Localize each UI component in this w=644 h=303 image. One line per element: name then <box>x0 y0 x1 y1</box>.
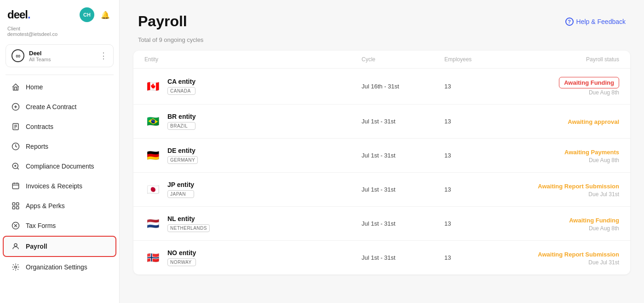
help-feedback-link[interactable]: ? Help & Feedback <box>565 17 626 26</box>
table-row[interactable]: 🇩🇪 DE entity GERMANY Jul 1st - 31st 13 A… <box>133 139 630 173</box>
status-cell: Awaiting Payments Due Aug 8th <box>518 148 619 163</box>
avatar[interactable]: CH <box>80 7 94 22</box>
tax-forms-icon <box>11 221 20 230</box>
header-cycle: Cycle <box>362 56 444 63</box>
svg-point-23 <box>14 244 17 246</box>
status-cell: Awaiting Report Submission Due Jul 31st <box>518 182 619 198</box>
sidebar-item-label-invoices: Invoices & Receipts <box>26 182 82 190</box>
employees-cell: 13 <box>444 83 518 90</box>
team-label: All Teams <box>29 57 51 62</box>
flag-icon: 🇳🇴 <box>144 250 161 266</box>
country-badge: NETHERLANDS <box>167 224 210 232</box>
entity-cell: 🇩🇪 DE entity GERMANY <box>144 147 362 164</box>
page-title: Payroll <box>138 13 187 30</box>
bell-icon[interactable]: 🔔 <box>99 8 112 21</box>
svg-rect-16 <box>12 203 15 205</box>
status-badge: Awaiting Report Submission <box>538 251 619 258</box>
entity-cell: 🇯🇵 JP entity JAPAN <box>144 181 362 198</box>
header-status: Payroll status <box>518 56 619 63</box>
sidebar-item-invoices[interactable]: Invoices & Receipts <box>4 176 115 196</box>
flag-icon: 🇩🇪 <box>144 147 161 164</box>
sidebar-item-reports[interactable]: Reports <box>4 137 115 156</box>
sidebar-item-label-org-settings: Organization Settings <box>26 263 87 271</box>
country-badge: JAPAN <box>167 190 194 198</box>
table-row[interactable]: 🇧🇷 BR entity BRAZIL Jul 1st - 31st 13 Aw… <box>133 105 630 139</box>
due-date: Due Jul 31st <box>518 259 619 266</box>
main-header: Payroll ? Help & Feedback <box>120 0 644 35</box>
logo: deel. <box>7 8 30 21</box>
sidebar-item-create-contract[interactable]: Create A Contract <box>4 97 115 117</box>
due-date: Due Jul 31st <box>518 191 619 198</box>
entity-cell: 🇳🇱 NL entity NETHERLANDS <box>144 215 362 232</box>
sidebar-item-label-contracts: Contracts <box>26 123 53 130</box>
sidebar-divider <box>6 75 114 75</box>
sidebar-header: deel. CH 🔔 <box>0 0 119 26</box>
logo-dot: . <box>28 8 30 21</box>
sidebar-item-payroll[interactable]: Payroll <box>3 236 116 257</box>
country-badge: CANADA <box>167 87 196 95</box>
table-row[interactable]: 🇳🇱 NL entity NETHERLANDS Jul 1st - 31st … <box>133 207 630 241</box>
country-badge: NORWAY <box>167 258 196 266</box>
create-contract-icon <box>11 102 20 111</box>
flag-icon: 🇳🇱 <box>144 216 161 232</box>
table-header: Entity Cycle Employees Payroll status <box>133 51 630 69</box>
org-settings-icon <box>11 262 20 272</box>
sidebar-item-compliance[interactable]: Compliance Documents <box>4 157 115 176</box>
three-dots-icon[interactable]: ⋮ <box>99 51 108 61</box>
employees-cell: 13 <box>444 152 518 159</box>
header-icons: CH 🔔 <box>80 7 112 22</box>
entity-cell: 🇨🇦 CA entity CANADA <box>144 78 362 95</box>
sidebar: deel. CH 🔔 Client demotest@ietsdeel.co ∞… <box>0 0 120 303</box>
sidebar-item-label-compliance: Compliance Documents <box>26 163 94 170</box>
entity-name: NO entity <box>167 249 196 256</box>
contracts-icon <box>11 122 20 131</box>
logo-area: deel. <box>7 8 30 21</box>
table-row[interactable]: 🇯🇵 JP entity JAPAN Jul 1st - 31st 13 Awa… <box>133 173 630 207</box>
table-body: 🇨🇦 CA entity CANADA Jul 16th - 31st 13 A… <box>133 69 630 274</box>
team-selector-left: ∞ Deel All Teams <box>12 49 51 62</box>
user-info: Client demotest@ietsdeel.co <box>0 26 119 42</box>
sidebar-item-apps-perks[interactable]: Apps & Perks <box>4 196 115 216</box>
compliance-icon <box>11 162 20 171</box>
sidebar-item-org-settings[interactable]: Organization Settings <box>4 257 115 277</box>
apps-perks-icon <box>11 201 20 210</box>
status-cell: Awaiting Funding Due Aug 8th <box>518 77 619 96</box>
employees-cell: 13 <box>444 186 518 193</box>
due-date: Due Aug 8th <box>518 225 619 232</box>
status-badge: Awaiting Funding <box>569 217 619 224</box>
cycle-cell: Jul 1st - 31st <box>362 220 444 227</box>
status-cell: Awaiting Report Submission Due Jul 31st <box>518 250 619 266</box>
reports-icon <box>11 142 20 151</box>
team-selector[interactable]: ∞ Deel All Teams ⋮ <box>6 44 114 67</box>
cycle-cell: Jul 16th - 31st <box>362 83 444 90</box>
sidebar-item-tax-forms[interactable]: Tax Forms <box>4 216 115 235</box>
sidebar-item-contracts[interactable]: Contracts <box>4 117 115 136</box>
main-content: Payroll ? Help & Feedback Total of 9 ong… <box>120 0 644 303</box>
payroll-icon <box>11 242 20 251</box>
entity-info: NL entity NETHERLANDS <box>167 215 210 232</box>
status-badge: Awaiting approval <box>568 118 619 125</box>
svg-line-9 <box>17 168 18 169</box>
sidebar-item-home[interactable]: Home <box>4 77 115 97</box>
header-entity: Entity <box>144 56 362 63</box>
due-date: Due Aug 8th <box>518 157 619 163</box>
entity-name: NL entity <box>167 215 210 222</box>
employees-cell: 13 <box>444 118 518 125</box>
team-name: Deel <box>29 50 51 57</box>
cycle-cell: Jul 1st - 31st <box>362 254 444 261</box>
svg-point-24 <box>15 266 17 268</box>
status-badge: Awaiting Payments <box>564 149 619 156</box>
entity-name: JP entity <box>167 181 194 188</box>
user-role: Client <box>7 26 112 31</box>
flag-icon: 🇧🇷 <box>144 113 161 130</box>
status-badge: Awaiting Report Submission <box>538 183 619 190</box>
nav-items: Home Create A Contract Contracts Reports… <box>0 77 119 277</box>
table-row[interactable]: 🇨🇦 CA entity CANADA Jul 16th - 31st 13 A… <box>133 69 630 105</box>
flag-icon: 🇯🇵 <box>144 181 161 198</box>
svg-rect-19 <box>17 207 19 209</box>
cycle-cell: Jul 1st - 31st <box>362 152 444 159</box>
status-badge: Awaiting Funding <box>559 77 619 88</box>
cycle-cell: Jul 1st - 31st <box>362 118 444 125</box>
table-row[interactable]: 🇳🇴 NO entity NORWAY Jul 1st - 31st 13 Aw… <box>133 241 630 274</box>
entity-info: BR entity BRAZIL <box>167 113 196 130</box>
